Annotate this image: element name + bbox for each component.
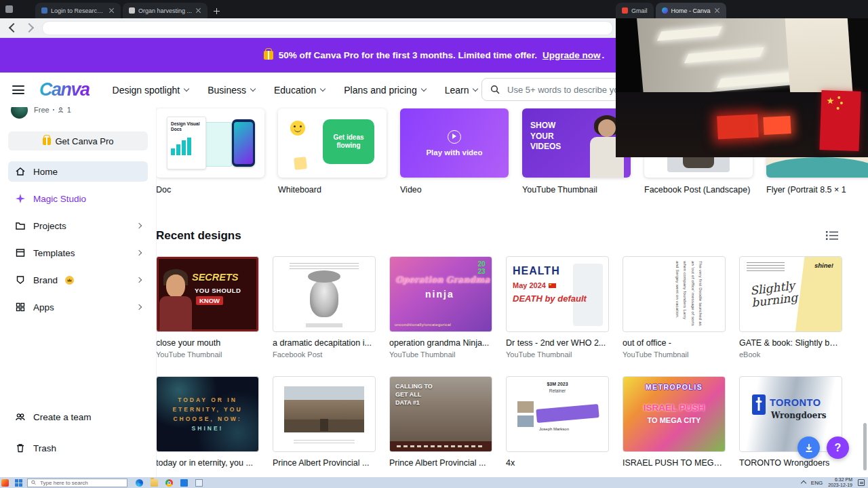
language-indicator[interactable]: ENG <box>811 480 823 486</box>
type-card-whiteboard[interactable]: Get ideas flowing Whiteboard <box>278 108 387 195</box>
chevron-down-icon <box>250 86 256 92</box>
canva-logo[interactable]: Canva <box>39 79 90 100</box>
download-app-button[interactable] <box>797 436 820 459</box>
nav-item-plans-and-pricing[interactable]: Plans and pricing <box>344 85 425 96</box>
recent-design-card[interactable]: SECRETS YOU SHOULD KNOW close your mouth… <box>156 256 259 359</box>
recent-design-card[interactable]: shine! Slightly burning GATE & book: Sli… <box>739 256 842 359</box>
sidebar-item-trash[interactable]: Trash <box>8 438 148 458</box>
type-card-preview: Play with video <box>400 108 509 178</box>
sidebar-item-create-a-team[interactable]: Create a team <box>8 407 148 427</box>
scrollbar-thumb[interactable] <box>863 423 867 470</box>
upgrade-now-link[interactable]: Upgrade now <box>542 50 601 60</box>
recent-design-card[interactable]: Prince Albert Provincial ... <box>273 376 376 468</box>
nav-item-business[interactable]: Business <box>208 85 255 96</box>
chrome-icon[interactable] <box>165 479 173 487</box>
sidebar-item-templates[interactable]: Templates <box>8 243 148 263</box>
thumbnail-text: ETERNITY, YOU <box>172 406 242 413</box>
screen: Login to Research... Organ harvesting ..… <box>0 0 868 488</box>
sidebar-item-label: Templates <box>33 248 75 258</box>
close-icon[interactable] <box>714 7 720 14</box>
recent-design-card[interactable]: 20 23 Operation Grandma ninja unconditio… <box>389 256 492 359</box>
type-card-video[interactable]: Play with video Video <box>400 108 509 195</box>
sidebar-item-apps[interactable]: Apps <box>8 297 148 317</box>
design-thumbnail: CALLING TO GET ALL DATA #1 <box>389 376 492 452</box>
new-tab-button[interactable] <box>210 4 223 18</box>
video-overlay[interactable] <box>616 18 868 157</box>
back-icon[interactable] <box>9 23 18 33</box>
recent-design-card[interactable]: TODAY OR IN ETERNITY, YOU CHOOSE, NOW: S… <box>156 376 259 468</box>
sidebar-item-magic-studio[interactable]: Magic Studio <box>8 188 148 209</box>
home-icon <box>15 166 26 177</box>
thumbnail-text: Retainer <box>507 388 608 393</box>
recent-design-card[interactable]: The very first Doodle launched as an 'ou… <box>623 256 726 359</box>
sidebar-item-label: Apps <box>33 302 54 312</box>
browser-tab-active[interactable]: Home - Canva <box>656 3 726 18</box>
hidden-icons-icon[interactable] <box>801 481 806 486</box>
design-title: GATE & book: Slightly bur... <box>739 338 842 348</box>
close-icon[interactable] <box>195 7 201 14</box>
type-card-youtube-thumbnail[interactable]: SHOW YOUR VIDEOS YouTube Thumbnail <box>522 108 631 195</box>
type-card-label: Doc <box>156 185 264 195</box>
browser-tab[interactable]: Login to Research... <box>35 3 121 18</box>
gift-icon <box>264 51 273 60</box>
forward-icon[interactable] <box>24 23 34 33</box>
thumbnail-text: Slightly burning <box>749 277 817 309</box>
thumbnail-text: CHOOSE, NOW: <box>173 415 241 422</box>
tab-group-right: Gmail Home - Canva <box>616 3 726 18</box>
sidebar-item-label: Brand <box>33 275 58 285</box>
mail-icon[interactable] <box>195 479 203 487</box>
taskbar-widget-icon[interactable] <box>1 479 9 487</box>
sidebar-item-label: Magic Studio <box>33 194 86 204</box>
recent-designs-row-2: TODAY OR IN ETERNITY, YOU CHOOSE, NOW: S… <box>156 376 842 468</box>
recent-design-card[interactable]: HEALTH May 2024 DEATH by default Dr tess… <box>506 256 609 359</box>
create-team-icon <box>15 411 26 422</box>
type-card-doc[interactable]: Design Visual Docs Doc <box>156 108 264 195</box>
sidebar-item-home[interactable]: Home <box>8 161 148 182</box>
browser-tab[interactable]: Gmail <box>616 3 654 18</box>
chevron-down-icon <box>320 86 326 92</box>
menu-icon[interactable] <box>12 85 24 94</box>
edge-icon[interactable] <box>136 479 143 487</box>
thumbnail-text: HEALTH <box>513 265 560 277</box>
caption-strip-shape <box>390 441 492 451</box>
thumbnail-text: DATA #1 <box>395 399 433 407</box>
browser-tab[interactable]: Organ harvesting ... <box>123 3 208 18</box>
store-icon[interactable] <box>180 479 188 487</box>
taskbar-search-input[interactable] <box>39 479 123 487</box>
nav-item-learn[interactable]: Learn <box>445 85 478 96</box>
help-button[interactable]: ? <box>827 436 849 459</box>
thumbnail-text: May 2024 <box>513 281 546 289</box>
folder-icon <box>15 220 26 231</box>
notification-icon[interactable] <box>858 479 865 486</box>
get-canva-pro-button[interactable]: Get Canva Pro <box>8 131 148 150</box>
list-view-icon[interactable] <box>826 230 838 241</box>
thumbnail-text: ninja <box>425 289 454 300</box>
design-type: YouTube Thumbnail <box>156 350 259 359</box>
tab-title: Organ harvesting ... <box>138 7 192 14</box>
statue-shape <box>308 270 340 283</box>
taskbar-clock[interactable]: 6:32 PM 2023-12-19 <box>828 477 852 488</box>
close-icon[interactable] <box>108 7 115 14</box>
recent-design-card[interactable]: a dramatic decapitation i... Facebook Po… <box>273 256 376 359</box>
window-icon <box>5 5 13 13</box>
recent-design-card[interactable]: CALLING TO GET ALL DATA #1 Prince Albert… <box>389 376 492 468</box>
preview-text: Get ideas flowing <box>323 119 374 164</box>
start-button[interactable] <box>15 479 22 487</box>
tab-group-left: Login to Research... Organ harvesting ..… <box>35 3 223 18</box>
nav-item-education[interactable]: Education <box>274 85 325 96</box>
recent-design-card[interactable]: $3M 2023 Retainer Joseph Markson 4x <box>506 376 609 468</box>
sidebar-item-projects[interactable]: Projects <box>8 216 148 236</box>
crown-icon <box>65 276 74 285</box>
sidebar-item-brand[interactable]: Brand <box>8 270 148 290</box>
file-explorer-icon[interactable] <box>151 479 158 487</box>
tab-title: Gmail <box>631 7 648 14</box>
recent-design-card[interactable]: TORONTO Wrongdoers TORONTO Wrongdoers <box>739 376 842 468</box>
design-title: close your mouth <box>156 338 259 348</box>
design-title: today or in eternity, you ... <box>156 458 259 468</box>
design-title: a dramatic decapitation i... <box>273 338 376 348</box>
nav-item-design-spotlight[interactable]: Design spotlight <box>113 85 189 96</box>
taskbar-search[interactable] <box>27 479 127 487</box>
address-bar[interactable] <box>42 21 613 35</box>
recent-design-card[interactable]: METROPOLIS ISRAEL PUSH TO MEGA CITY ISRA… <box>623 376 726 468</box>
design-type: eBook <box>739 350 842 359</box>
